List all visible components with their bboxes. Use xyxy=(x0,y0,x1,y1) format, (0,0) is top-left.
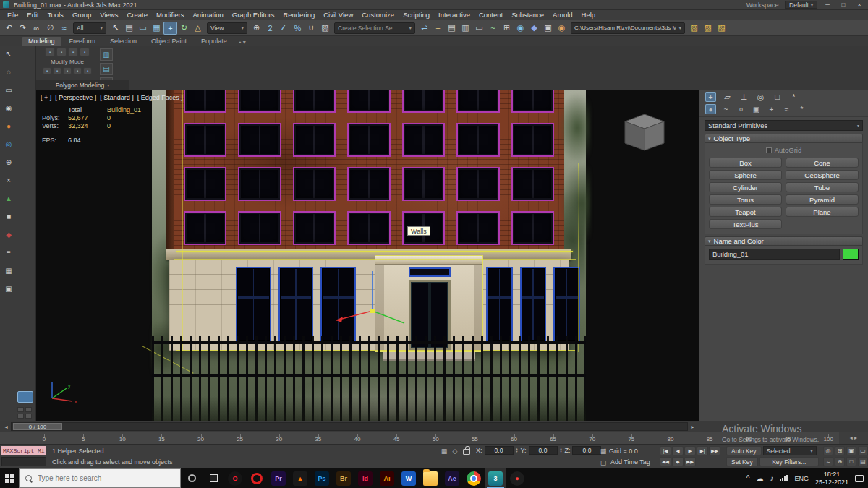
menu-item[interactable]: Customize xyxy=(357,11,399,19)
use-pivot-center-icon[interactable]: ⊕ xyxy=(250,22,263,35)
search-input[interactable] xyxy=(38,474,168,482)
timeline-tick[interactable]: 10 xyxy=(119,436,126,442)
key-mode-icon[interactable]: ◆ xyxy=(672,457,684,466)
selection-filter-icon[interactable]: ▦ xyxy=(440,447,448,455)
viewport-menu-faces[interactable]: [ Edged Faces ] xyxy=(137,94,183,101)
set-key-button[interactable]: Set Key xyxy=(726,457,758,466)
ribbon-tab[interactable]: Populate xyxy=(195,37,234,46)
maximize-button[interactable]: □ xyxy=(838,1,849,9)
timeline-tick[interactable]: 65 xyxy=(550,436,557,442)
key-icon[interactable]: ◆ xyxy=(3,228,14,240)
unlink-selection-icon[interactable]: ∅ xyxy=(43,22,57,35)
viewport-menu-shading[interactable]: [ Standard ] xyxy=(100,94,134,101)
zoom-icon[interactable]: ◎ xyxy=(823,446,833,455)
x-coordinate-field[interactable]: 0.0 xyxy=(485,446,514,455)
subobject-button[interactable]: ▪ xyxy=(83,67,92,74)
spinner-icon[interactable]: ▲▼ xyxy=(516,448,519,453)
viewport-layout-options[interactable] xyxy=(17,407,35,419)
spinner-snap-icon[interactable]: ∪ xyxy=(305,22,318,35)
timeline-ruler[interactable]: 0510152025303540455055606570758085909510… xyxy=(0,432,839,444)
menu-item[interactable]: Create xyxy=(122,11,152,19)
move-gizmo[interactable] xyxy=(329,264,416,336)
selection-filter-dropdown[interactable]: All▾ xyxy=(73,22,106,34)
modify-mode-button[interactable]: ▪ xyxy=(80,48,90,56)
geometry-subtab-icon[interactable]: ● xyxy=(705,104,716,114)
angle-snap-icon[interactable]: ∠ xyxy=(277,22,291,35)
orbit-view-icon[interactable]: ⊕ xyxy=(835,457,845,466)
object-type-button[interactable]: Tube xyxy=(786,182,859,192)
subobject-button[interactable]: ▪ xyxy=(43,67,51,74)
previous-key-icon[interactable]: ◀◀ xyxy=(660,457,671,466)
open-folder-icon[interactable]: ▨ xyxy=(701,22,715,35)
workspace-dropdown[interactable]: Default ▾ xyxy=(785,1,817,9)
menu-item[interactable]: Interactive xyxy=(434,11,475,19)
timeline-tick[interactable]: 80 xyxy=(667,436,674,442)
stop-tool-icon[interactable]: ■ xyxy=(3,210,14,222)
menu-item[interactable]: Modifiers xyxy=(152,11,189,19)
motion-tab-icon[interactable]: ◎ xyxy=(755,92,766,102)
maximize-viewport-icon[interactable]: □ xyxy=(846,457,856,466)
lasso-icon[interactable]: ◌ xyxy=(3,66,14,77)
render-setup-icon[interactable]: ◆ xyxy=(527,22,541,35)
previous-frame-icon[interactable]: ◀ xyxy=(672,446,684,455)
object-type-button[interactable]: Plane xyxy=(786,207,859,217)
target-icon[interactable]: ◎ xyxy=(3,138,14,150)
rectangular-selection-icon[interactable]: ▭ xyxy=(136,22,150,35)
bridge-icon[interactable]: Br xyxy=(333,468,354,488)
menu-item[interactable]: Views xyxy=(95,11,122,19)
reference-coordinate-dropdown[interactable]: View▾ xyxy=(207,22,247,34)
timeline-tick[interactable]: 5 xyxy=(80,436,87,442)
view-cube[interactable] xyxy=(619,108,670,159)
play-icon[interactable]: ▶ xyxy=(684,446,696,455)
object-type-button[interactable]: Teapot xyxy=(709,207,782,217)
modify-mode-button[interactable]: ▪ xyxy=(56,48,67,56)
primitive-category-dropdown[interactable]: Standard Primitives ▾ xyxy=(705,120,863,131)
snap-toggle-icon[interactable]: 2 xyxy=(263,22,277,35)
shapes-subtab-icon[interactable]: ~ xyxy=(720,104,731,114)
undo-icon[interactable]: ↶ xyxy=(2,22,16,35)
time-tag-icon[interactable]: ▢ xyxy=(599,458,608,467)
object-type-button[interactable]: Box xyxy=(709,158,782,168)
timeline-tick[interactable]: 30 xyxy=(276,436,283,442)
viewport-menu-pov[interactable]: [ Perspective ] xyxy=(55,94,96,101)
taskbar-search[interactable] xyxy=(19,468,181,488)
layout-icon[interactable]: ▣ xyxy=(3,283,14,294)
zoom-extents-icon[interactable]: ▣ xyxy=(846,446,856,455)
cortana-button[interactable] xyxy=(181,468,203,488)
tray-chevron-icon[interactable]: ^ xyxy=(746,474,750,482)
window-crossing-icon[interactable]: ▦ xyxy=(150,22,163,35)
task-view-button[interactable] xyxy=(203,468,224,488)
go-to-end-icon[interactable]: ▶▶ xyxy=(709,446,720,455)
volume-icon[interactable]: ♪ xyxy=(770,474,773,482)
timeline-tick[interactable]: 95 xyxy=(784,436,791,442)
time-slider-handle[interactable]: 0 / 100 xyxy=(13,423,62,430)
go-to-start-icon[interactable]: |◀ xyxy=(660,446,671,455)
language-indicator[interactable]: ENG xyxy=(794,475,809,482)
spinner-icon[interactable]: ▲▼ xyxy=(560,448,563,453)
zoom-region-icon[interactable]: ▭ xyxy=(858,446,868,455)
close-button[interactable]: × xyxy=(854,1,865,9)
list-icon[interactable]: ≡ xyxy=(3,247,14,258)
3d-scene[interactable] xyxy=(152,90,586,421)
notification-center-icon[interactable] xyxy=(855,475,864,482)
tweak-uv-icon[interactable]: ▤ xyxy=(100,63,113,75)
object-type-button[interactable]: Pyramid xyxy=(786,194,859,205)
zoom-all-icon[interactable]: ⊞ xyxy=(835,446,845,455)
opera-gx-icon[interactable] xyxy=(246,468,268,488)
add-time-tag[interactable]: Add Time Tag xyxy=(610,458,650,466)
indesign-icon[interactable]: Id xyxy=(354,468,376,488)
subobject-button[interactable]: ▪ xyxy=(53,67,61,74)
trackbar-right-arrow[interactable]: ▸ xyxy=(688,424,697,430)
ribbon-tab[interactable]: Selection xyxy=(103,37,143,46)
trackbar-left-arrow[interactable]: ◂ xyxy=(1,424,11,430)
menu-item[interactable]: Civil View xyxy=(319,11,357,19)
helpers-subtab-icon[interactable]: + xyxy=(766,104,777,114)
viewport-layout-tab[interactable] xyxy=(17,391,33,403)
toggle-layer-explorer-icon[interactable]: ▥ xyxy=(459,22,472,35)
select-object-icon[interactable]: ↖ xyxy=(109,22,122,35)
autogrid-option[interactable]: AutoGrid xyxy=(709,146,859,154)
3dsmax-icon[interactable]: 3 xyxy=(485,468,506,488)
opera-icon[interactable]: O xyxy=(224,468,246,488)
sphere-tool-icon[interactable]: ● xyxy=(3,120,14,132)
timeline-tick[interactable]: 55 xyxy=(471,436,478,442)
